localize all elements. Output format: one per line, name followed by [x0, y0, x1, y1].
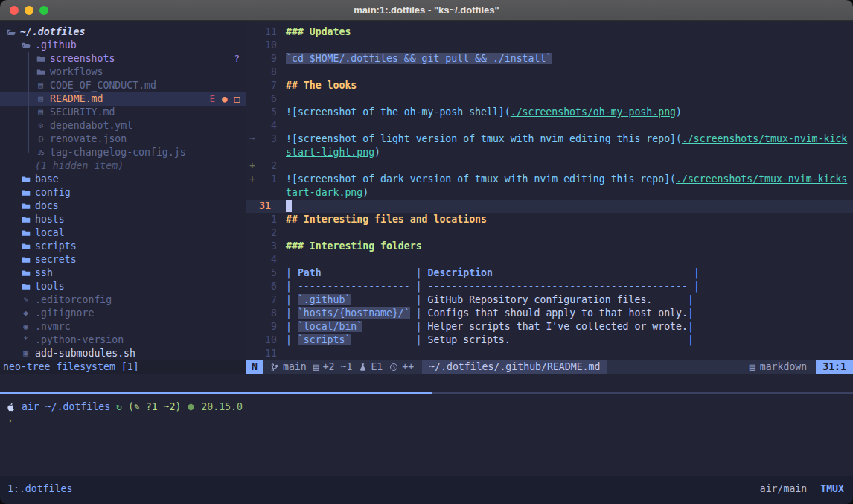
line-number: 2: [258, 226, 277, 240]
editor-line[interactable]: +1![screenshot of dark version of tmux w…: [246, 173, 853, 186]
editor-line[interactable]: ~3![screenshot of light version of tmux …: [246, 133, 853, 146]
tree-item-workflows[interactable]: workflows: [0, 66, 246, 79]
cursor-block: [286, 200, 292, 212]
tree-indent-guide: [28, 52, 29, 66]
tree-item-security-md[interactable]: ▤SECURITY.md: [0, 106, 246, 119]
tree-item-scripts[interactable]: scripts: [0, 240, 246, 253]
tree-item-add-submodules-sh[interactable]: ▣add-submodules.sh: [0, 347, 246, 360]
editor-line[interactable]: 7## The looks: [246, 79, 853, 92]
editor-line[interactable]: 11: [246, 347, 853, 360]
apple-icon: [6, 402, 16, 412]
editor-line[interactable]: 8: [246, 66, 853, 79]
modified-badge: ●: [222, 92, 228, 106]
tree-item-dependabot-yml[interactable]: ⚙dependabot.yml: [0, 119, 246, 133]
editor-line[interactable]: 4: [246, 119, 853, 133]
tree-item-secrets[interactable]: secrets: [0, 253, 246, 267]
tree-item-readme-md[interactable]: ▤README.mdE●□: [0, 92, 246, 106]
tree-item-hosts[interactable]: hosts: [0, 213, 246, 226]
tree-item-ssh[interactable]: ssh: [0, 267, 246, 280]
editor-line[interactable]: 5| Path | Description |: [246, 267, 853, 280]
folder-open-icon: [21, 41, 31, 50]
folder-icon: [21, 242, 31, 251]
unstaged-badge: □: [234, 92, 240, 106]
text-segment: [688, 281, 694, 292]
shell-icon: ▣: [21, 347, 31, 360]
line-number: 4: [258, 253, 277, 267]
gutter-sign: [246, 267, 258, 280]
tree-item-config[interactable]: config: [0, 186, 246, 200]
line-number: 10: [258, 39, 277, 52]
editor-line[interactable]: 8| `hosts/{hostname}/` | Configs that sh…: [246, 307, 853, 320]
tree-item-local[interactable]: local: [0, 226, 246, 240]
tree-item-label: .python-version: [35, 334, 124, 347]
editor-line[interactable]: 9| `local/bin` | Helper scripts that I'v…: [246, 320, 853, 334]
line-number: 1: [258, 213, 277, 226]
tree-item-gitignore[interactable]: ◆.gitignore: [0, 307, 246, 320]
gutter-sign: [246, 66, 258, 79]
line-text: | `hosts/{hostname}/` | Configs that sho…: [277, 307, 694, 320]
editor-buffer[interactable]: 11### Updates109`cd $HOME/.dotfiles && g…: [246, 21, 853, 360]
folder-icon: [21, 202, 31, 211]
editor-line[interactable]: 5![screenshot of the oh-my-posh shell](.…: [246, 106, 853, 119]
tree-item-label: tools: [35, 280, 65, 293]
line-text: [277, 66, 286, 79]
tree-item-label: screenshots: [50, 52, 115, 66]
tree-item-nvmrc[interactable]: ◉.nvmrc: [0, 320, 246, 334]
editor-line[interactable]: 10| `scripts` | Setup scripts. |: [246, 334, 853, 347]
gutter-sign: [246, 334, 258, 347]
line-text: [277, 39, 286, 52]
tree-item-code-of-conduct-md[interactable]: ▤CODE_OF_CONDUCT.md: [0, 79, 246, 92]
editor-line[interactable]: 4: [246, 253, 853, 267]
text-segment: ./screenshots/oh-my-posh.png: [511, 106, 676, 118]
editor-line[interactable]: 6: [246, 92, 853, 106]
editor-line[interactable]: 9`cd $HOME/.dotfiles && git pull && ./in…: [246, 52, 853, 66]
neo-tree-statusline: neo-tree filesystem [1]: [0, 360, 246, 374]
text-segment: [493, 267, 694, 278]
prompt-input-line[interactable]: →: [6, 414, 853, 427]
tree-item-tag-changelog-config-js[interactable]: JStag-changelog-config.js: [0, 146, 246, 159]
editor-line[interactable]: 10: [246, 39, 853, 52]
shell-pane[interactable]: air ~/.dotfiles ↻ (✎ ?1 ~2) 20.15.0 →: [0, 394, 853, 476]
tree-item-base[interactable]: base: [0, 173, 246, 186]
git-status-open: (: [128, 401, 134, 414]
editor-line[interactable]: 7| `.github` | GitHub Repository configu…: [246, 293, 853, 307]
tree-item-1-hidden-item[interactable]: (1 hidden item): [0, 159, 246, 173]
tree-item-renovate-json[interactable]: {}renovate.json: [0, 133, 246, 146]
tree-item-dotfiles[interactable]: ~/.dotfiles: [0, 25, 246, 39]
text-segment: |: [416, 321, 428, 332]
editor-line[interactable]: 31: [246, 200, 853, 213]
text-segment: ): [362, 187, 368, 198]
editor-line[interactable]: start-light.png): [246, 146, 853, 159]
editor-pane[interactable]: 11### Updates109`cd $HOME/.dotfiles && g…: [246, 21, 853, 374]
text-segment: |: [286, 281, 298, 292]
editor-line[interactable]: +2: [246, 159, 853, 173]
editor-line[interactable]: tart-dark.png): [246, 186, 853, 200]
text-segment: |: [688, 307, 694, 319]
tree-item-tools[interactable]: tools: [0, 280, 246, 293]
tree-item-python-version[interactable]: *.python-version: [0, 334, 246, 347]
gutter-sign: [246, 146, 258, 159]
tree-item-label: ~/.dotfiles: [20, 25, 85, 39]
gutter-sign: [246, 213, 258, 226]
md-icon: ▤: [36, 106, 45, 119]
folder-icon: [21, 215, 31, 224]
editor-line[interactable]: 6| ------------------- | ---------------…: [246, 280, 853, 293]
tree-item-screenshots[interactable]: screenshots?: [0, 52, 246, 66]
editor-line[interactable]: 11### Updates: [246, 25, 853, 39]
folder-icon: [21, 282, 31, 291]
tree-item-github[interactable]: .github: [0, 39, 246, 52]
tree-item-docs[interactable]: docs: [0, 200, 246, 213]
tree-item-label: hosts: [35, 213, 65, 226]
editor-line[interactable]: 1## Interesting files and locations: [246, 213, 853, 226]
editor-line[interactable]: 3### Interesting folders: [246, 240, 853, 253]
tree-item-editorconfig[interactable]: ✎.editorconfig: [0, 293, 246, 307]
tree-item-label: .github: [35, 39, 77, 52]
gutter-sign: [246, 79, 258, 92]
md-icon: ▤: [36, 92, 45, 106]
text-segment: ./screenshots/tmux-nvim-kicks: [676, 173, 847, 185]
tmux-window-item[interactable]: 1:.dotfiles: [7, 482, 72, 496]
text-segment: |: [416, 294, 428, 305]
git-branch-icon: [270, 363, 279, 372]
editor-line[interactable]: 2: [246, 226, 853, 240]
line-text: [277, 159, 286, 173]
